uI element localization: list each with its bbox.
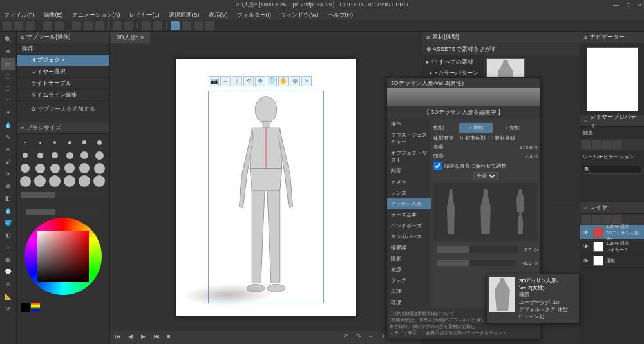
close-tab-icon[interactable]: × — [140, 34, 144, 41]
effect-icon[interactable] — [612, 140, 621, 149]
effect-icon[interactable] — [582, 140, 591, 149]
brush-preset[interactable] — [79, 149, 90, 161]
opacity-slider[interactable] — [26, 209, 100, 215]
new-layer-icon[interactable] — [582, 215, 591, 224]
marquee-tool[interactable]: ⬚ — [1, 82, 15, 94]
eraser-tool[interactable]: ◧ — [1, 193, 15, 204]
canvas-viewport[interactable]: 📷 ↔ ↕ ⟲ ✥ 👕 ✋ ⊕ ☀ — [110, 43, 422, 331]
brush-preset[interactable] — [93, 149, 105, 161]
text-tool[interactable]: A — [1, 278, 15, 290]
gender-female-button[interactable]: ♀ 女性 — [495, 123, 529, 133]
ruler-tool[interactable]: 📐 — [1, 291, 15, 302]
register-body-button[interactable]: ⬚ 素材登録 — [488, 135, 515, 142]
delete-layer-icon[interactable] — [602, 215, 611, 224]
move-xy-icon[interactable]: ↔ — [220, 76, 231, 86]
cat-camera[interactable]: カメラ — [387, 177, 431, 187]
close-icon[interactable]: × — [638, 2, 641, 8]
effect-icon[interactable] — [602, 140, 611, 149]
tool-d-icon[interactable] — [194, 21, 203, 30]
minimize-icon[interactable]: — — [613, 2, 619, 8]
brush-size-slider[interactable] — [21, 192, 106, 198]
stepper-icon[interactable]: ◇ — [534, 144, 538, 150]
menu-file[interactable]: ファイル(F) — [4, 11, 35, 19]
cat-shade[interactable]: 陰影 — [387, 253, 431, 264]
zoom-icon[interactable] — [113, 21, 122, 30]
brush-tool[interactable]: 🖌 — [1, 156, 15, 167]
figure-tool[interactable]: ○ — [1, 242, 15, 253]
brush-preset[interactable] — [49, 149, 61, 161]
visibility-icon[interactable]: 👁 — [583, 258, 591, 264]
3d-figure-bounds[interactable]: 📷 ↔ ↕ ⟲ ✥ 👕 ✋ ⊕ ☀ — [208, 91, 324, 303]
decoration-tool[interactable]: ✿ — [1, 180, 15, 192]
subtool-layer-select[interactable]: レイヤー選択 — [17, 66, 109, 78]
undo-icon[interactable] — [43, 21, 52, 30]
swatch-black[interactable] — [21, 303, 30, 312]
cat-layout[interactable]: 配置 — [387, 166, 431, 177]
cat-figure[interactable]: デッサン人形 — [387, 198, 431, 209]
brush-preset[interactable] — [19, 162, 31, 174]
zoom-tool[interactable]: 🔍 — [1, 33, 15, 45]
nav-search-input[interactable] — [583, 166, 641, 174]
cat-operation[interactable]: 操作 — [387, 119, 431, 129]
active-tool-icon[interactable] — [171, 21, 180, 30]
layer-row[interactable]: 👁 100 % 通常 レイヤー 1 — [580, 240, 644, 254]
color-wheel[interactable] — [24, 218, 102, 295]
brush-preset[interactable] — [19, 149, 31, 161]
lasso-tool[interactable]: ◠ — [1, 95, 15, 106]
cat-mouse[interactable]: マウス・ジェスチャー — [387, 129, 431, 148]
brush-preset[interactable] — [79, 175, 90, 187]
cat-lens[interactable]: レンズ — [387, 187, 431, 198]
brush-preset[interactable] — [34, 162, 46, 174]
menu-selection[interactable]: 選択範囲(S) — [169, 11, 200, 19]
save-icon[interactable] — [26, 21, 35, 30]
doc-tab[interactable]: 3D人形* × — [110, 32, 150, 43]
stop-icon[interactable]: ■ — [167, 333, 176, 342]
brush-preset[interactable] — [64, 162, 75, 174]
body-slider-2[interactable] — [437, 260, 516, 266]
layer-row[interactable]: 👁 用紙 — [580, 254, 644, 268]
brush-preset[interactable] — [49, 175, 61, 187]
cat-hand[interactable]: ハンドポーズ — [387, 220, 431, 231]
wand-tool[interactable]: ✦ — [1, 107, 15, 119]
menu-view[interactable]: 表示(V) — [209, 11, 228, 19]
stepper-icon[interactable]: ◇ — [534, 153, 538, 159]
first-icon[interactable]: ⏮ — [115, 333, 124, 342]
balloon-tool[interactable]: 💬 — [1, 266, 15, 278]
color-square[interactable] — [37, 231, 89, 282]
new-icon[interactable] — [3, 21, 12, 30]
brush-preset[interactable] — [79, 162, 90, 174]
rotate-icon[interactable]: ⟲ — [243, 76, 254, 86]
cat-manga[interactable]: マンガパース — [387, 231, 431, 242]
gradient-tool[interactable]: ◐ — [1, 229, 15, 241]
tree-all[interactable]: ▸ ⬚ すべての素材 — [424, 57, 482, 68]
swatch-spectrum[interactable] — [31, 303, 40, 312]
brush-preset[interactable] — [19, 137, 31, 148]
cat-outline[interactable]: 輪郭線 — [387, 242, 431, 253]
cat-env[interactable]: 環境 — [387, 297, 431, 308]
gender-male-button[interactable]: ♂ 男性 — [459, 123, 493, 133]
menu-animation[interactable]: アニメーション(A) — [72, 11, 120, 19]
play-icon[interactable]: ▶ — [141, 333, 150, 342]
subtool-group[interactable]: 操作 — [17, 43, 109, 55]
brush-preset[interactable] — [49, 137, 61, 148]
subtool-light-table[interactable]: ライトテーブル — [17, 78, 109, 90]
maximize-icon[interactable]: □ — [627, 2, 630, 8]
cat-light[interactable]: 光源 — [387, 264, 431, 275]
layer-move-tool[interactable]: ⬚ — [1, 70, 15, 82]
fill-tool[interactable]: 🪣 — [1, 217, 15, 229]
effect-icon[interactable] — [592, 140, 601, 149]
brush-preset[interactable] — [19, 175, 31, 187]
redo-icon[interactable] — [55, 21, 64, 30]
brush-preset[interactable] — [49, 162, 61, 174]
menu-edit[interactable]: 編集(E) — [44, 11, 63, 19]
tool-b-icon[interactable] — [153, 21, 162, 30]
tool-e-icon[interactable] — [205, 21, 214, 30]
assets-search-link[interactable]: ⊕ ASSETSで素材をさがす — [422, 43, 580, 55]
body-part-select[interactable]: 全身 — [473, 172, 498, 180]
move-tool[interactable]: ✥ — [1, 46, 15, 57]
pencil-tool[interactable]: ✏ — [1, 144, 15, 155]
blend-tool[interactable]: 💧 — [1, 205, 15, 216]
rotate-r-icon[interactable]: ↷ — [356, 333, 365, 342]
brush-preset[interactable] — [34, 175, 46, 187]
open-icon[interactable] — [14, 21, 23, 30]
